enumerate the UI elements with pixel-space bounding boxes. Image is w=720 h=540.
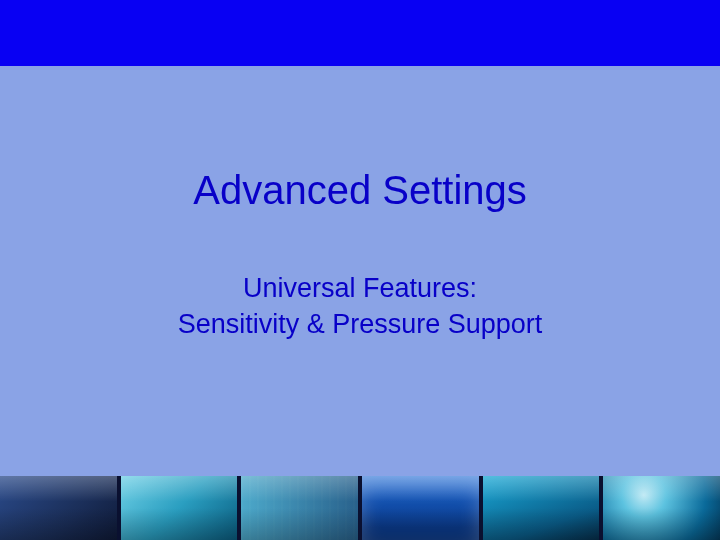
footer-tile xyxy=(0,476,117,540)
header-bar xyxy=(0,0,720,66)
footer-tile xyxy=(483,476,600,540)
slide-subtitle: Universal Features: Sensitivity & Pressu… xyxy=(0,270,720,343)
footer-tile xyxy=(362,476,479,540)
slide: Advanced Settings Universal Features: Se… xyxy=(0,0,720,540)
subtitle-line-1: Universal Features: xyxy=(0,270,720,306)
footer-tile xyxy=(603,476,720,540)
footer-strip xyxy=(0,476,720,540)
footer-tile xyxy=(241,476,358,540)
subtitle-line-2: Sensitivity & Pressure Support xyxy=(0,306,720,342)
slide-title: Advanced Settings xyxy=(0,168,720,213)
footer-tile xyxy=(121,476,238,540)
